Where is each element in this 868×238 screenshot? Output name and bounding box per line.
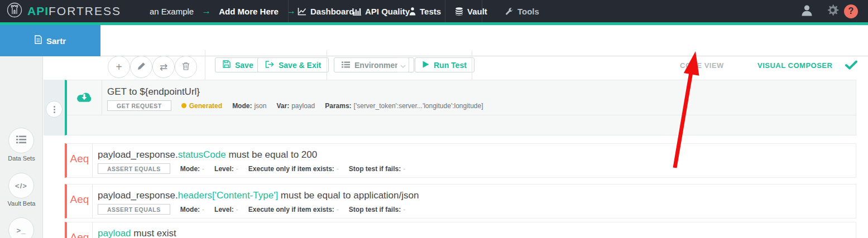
- meta-mode: Mode:json: [232, 102, 266, 110]
- component-type-tag: GET REQUEST: [107, 100, 171, 111]
- save-exit-button[interactable]: Save & Exit: [257, 57, 329, 72]
- component-meta: ASSERT EQUALS Mode:- Level:- Execute onl…: [98, 204, 419, 215]
- brand-fortress-text: FORTRESS: [49, 4, 121, 17]
- component-icon-cell: [67, 80, 102, 115]
- toolbar-divider: [327, 50, 327, 81]
- vertical-dots-icon: [54, 111, 55, 113]
- wrench-icon: [505, 7, 514, 16]
- title-text: must be equal to application/json: [278, 190, 419, 201]
- navbar-divider: [482, 0, 482, 22]
- test-component-assert-exists[interactable]: Aeq payload must exist: [65, 222, 856, 238]
- help-button[interactable]: ?: [844, 0, 858, 22]
- assert-equals-abbr: Aeq: [70, 193, 89, 206]
- sidebar-item-data-sets[interactable]: [8, 128, 34, 153]
- breadcrumb-test[interactable]: Add More Here: [219, 7, 279, 16]
- meta-label: Level:: [214, 206, 234, 213]
- meta-label: Execute only if item exists:: [248, 165, 334, 173]
- component-title: payload_response.headers['Content-Type']…: [98, 190, 419, 201]
- brand-logo[interactable]: APIFORTRESS: [7, 0, 121, 22]
- breadcrumb-project[interactable]: an Example: [150, 7, 194, 16]
- meta-label: Stop test if fails:: [349, 165, 401, 173]
- help-icon: ?: [844, 4, 858, 18]
- test-component-assert-equals[interactable]: Aeq payload_response.statusCode must be …: [65, 143, 856, 178]
- save-exit-button-label: Save & Exit: [279, 61, 321, 70]
- chevron-down-icon: [400, 60, 406, 70]
- delete-button[interactable]: [175, 56, 197, 78]
- sidebar-item-vault-beta[interactable]: </>: [8, 173, 34, 198]
- nav-item-label: API Quality: [365, 7, 410, 16]
- list-icon: [16, 135, 26, 146]
- component-options-button[interactable]: [46, 101, 63, 118]
- navbar-divider: [288, 0, 289, 22]
- meta-value: -: [337, 165, 339, 173]
- generated-badge-label: Generated: [189, 102, 222, 110]
- toolbar-divider: [472, 50, 472, 81]
- meta-value: -: [236, 165, 238, 173]
- code-icon: </>: [15, 182, 27, 190]
- nav-item-tests[interactable]: Tests: [409, 0, 441, 22]
- gear-icon: [826, 3, 839, 19]
- breadcrumb: an Example → Add More Here →: [150, 0, 296, 22]
- component-body: payload must exist: [93, 222, 176, 238]
- user-icon: [800, 4, 813, 19]
- component-type-tag: ASSERT EQUALS: [98, 163, 170, 174]
- test-component-get-request[interactable]: GET to ${endpointUrl} GET REQUEST Genera…: [65, 80, 856, 135]
- terminal-icon: >_: [17, 226, 26, 235]
- nav-item-api-quality[interactable]: API Quality: [353, 0, 410, 22]
- sign-out-icon: [265, 61, 274, 70]
- nav-item-label: Dashboard: [310, 7, 354, 16]
- test-name-button[interactable]: Sartr: [0, 25, 100, 56]
- tab-visual-composer[interactable]: VISUAL COMPOSER: [757, 61, 832, 70]
- test-component-assert-equals[interactable]: Aeq payload_response.headers['Content-Ty…: [65, 184, 856, 218]
- meta-label: Params:: [325, 102, 351, 110]
- meta-value: -: [236, 206, 238, 213]
- nav-item-label: Tests: [420, 7, 441, 16]
- nav-item-tools[interactable]: Tools: [505, 0, 539, 22]
- run-test-button-label: Run Test: [434, 61, 467, 70]
- meta-label: Mode:: [232, 102, 252, 110]
- meta-execute-if-exists: Execute only if item exists:-: [248, 165, 339, 173]
- add-component-button[interactable]: +: [108, 56, 130, 78]
- title-text: payload_response.: [98, 190, 178, 201]
- meta-stop-if-fails: Stop test if fails:-: [349, 165, 405, 173]
- meta-label: Var:: [276, 102, 289, 110]
- assert-equals-abbr: Aeq: [70, 153, 89, 165]
- run-test-button[interactable]: Run Test: [415, 57, 474, 72]
- user-menu-button[interactable]: [800, 0, 813, 22]
- settings-button[interactable]: [826, 0, 839, 22]
- sidebar-item-http-client[interactable]: >_: [8, 217, 34, 238]
- list-icon: [342, 61, 350, 70]
- reorder-button[interactable]: ⇄: [152, 56, 175, 78]
- breadcrumb-arrow-icon: →: [202, 6, 211, 17]
- component-divider: [67, 115, 856, 115]
- meta-value: -: [202, 206, 204, 213]
- nav-item-dashboard[interactable]: Dashboard: [298, 0, 354, 22]
- nav-item-vault[interactable]: Vault: [455, 0, 487, 22]
- meta-value: json: [254, 102, 266, 110]
- brand-wordmark: APIFORTRESS: [27, 4, 121, 18]
- component-meta: ASSERT EQUALS Mode:- Level:- Execute onl…: [98, 163, 415, 174]
- meta-value: payload: [291, 102, 315, 110]
- pencil-icon: [137, 62, 146, 72]
- component-meta: GET REQUEST Generated Mode:json Var:payl…: [107, 100, 493, 111]
- test-name-label: Sartr: [46, 36, 66, 46]
- component-icon-cell: Aeq: [67, 184, 93, 218]
- edit-button[interactable]: [130, 56, 152, 78]
- meta-value: -: [337, 206, 339, 213]
- nav-item-label: Tools: [517, 7, 539, 16]
- meta-label: Level:: [214, 165, 234, 173]
- save-button[interactable]: Save: [215, 57, 261, 72]
- tab-code-view[interactable]: CODE VIEW: [680, 61, 724, 70]
- assert-equals-abbr: Aeq: [70, 231, 89, 238]
- save-button-label: Save: [235, 61, 253, 70]
- toolbar-divider: [205, 50, 205, 81]
- title-text: payload_response.: [98, 149, 178, 160]
- check-icon: [845, 60, 857, 72]
- title-text: must be equal to 200: [226, 149, 318, 160]
- bar-chart-icon: [353, 7, 361, 16]
- vertical-dots-icon: [54, 109, 55, 110]
- environments-dropdown-toggle[interactable]: [397, 57, 409, 72]
- fortress-logo-icon: [7, 2, 22, 20]
- component-title: payload_response.statusCode must be equa…: [98, 149, 415, 161]
- navbar-divider: [445, 0, 445, 22]
